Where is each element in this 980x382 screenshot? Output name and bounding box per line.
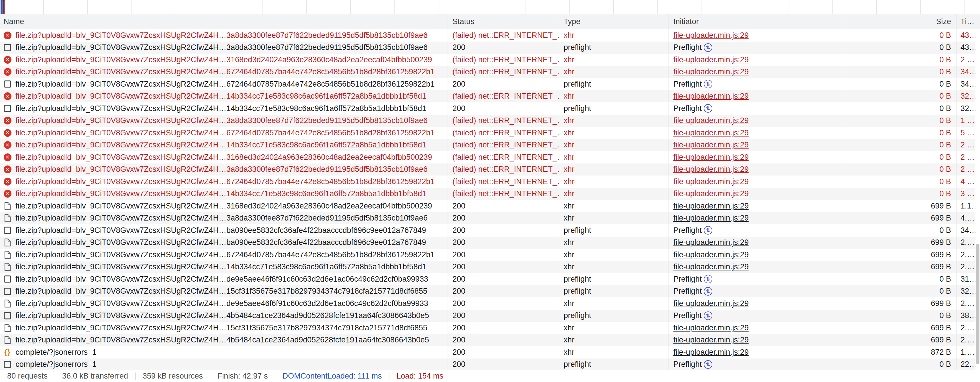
- request-row[interactable]: ✕file.zip?uploadId=blv_9CiT0V8Gvxw7ZcsxH…: [0, 66, 980, 78]
- request-row[interactable]: file.zip?uploadId=blv_9CiT0V8Gvxw7ZcsxHS…: [0, 322, 980, 334]
- network-overview-timeline[interactable]: [0, 0, 980, 14]
- request-name: file.zip?uploadId=blv_9CiT0V8Gvxw7ZcsxHS…: [16, 201, 432, 211]
- preflight-icon[interactable]: ⇅: [704, 80, 712, 88]
- column-header-initiator[interactable]: Initiator: [669, 14, 847, 29]
- column-header-time[interactable]: Ti…: [956, 14, 975, 29]
- request-row[interactable]: file.zip?uploadId=blv_9CiT0V8Gvxw7ZcsxHS…: [0, 200, 980, 212]
- size-cell: 0 B: [847, 42, 956, 54]
- status-cell: 200: [448, 285, 559, 298]
- preflight-icon[interactable]: ⇅: [704, 104, 712, 113]
- initiator-link[interactable]: file-uploader.min.js:29: [673, 238, 749, 247]
- request-row[interactable]: file.zip?uploadId=blv_9CiT0V8Gvxw7ZcsxHS…: [0, 42, 980, 54]
- failed-icon: ✕: [3, 129, 11, 137]
- request-row[interactable]: ✕file.zip?uploadId=blv_9CiT0V8Gvxw7ZcsxH…: [0, 127, 980, 139]
- initiator-link[interactable]: file-uploader.min.js:29: [673, 92, 749, 101]
- request-row[interactable]: file.zip?uploadId=blv_9CiT0V8Gvxw7ZcsxHS…: [0, 334, 980, 347]
- initiator-preflight: Preflight⇅: [673, 104, 712, 113]
- initiator-link[interactable]: file-uploader.min.js:29: [673, 31, 749, 40]
- request-row[interactable]: file.zip?uploadId=blv_9CiT0V8Gvxw7ZcsxHS…: [0, 273, 980, 285]
- preflight-icon[interactable]: ⇅: [704, 43, 712, 52]
- type-cell: xhr: [559, 127, 669, 139]
- initiator-cell: file-uploader.min.js:29: [669, 334, 847, 347]
- column-header-type[interactable]: Type: [559, 14, 669, 29]
- time-cell: 32…: [956, 102, 975, 115]
- column-header-name[interactable]: Name: [0, 14, 448, 29]
- initiator-link[interactable]: file-uploader.min.js:29: [673, 323, 749, 332]
- initiator-cell: Preflight⇅: [669, 224, 847, 237]
- document-icon: [3, 299, 11, 308]
- initiator-link[interactable]: file-uploader.min.js:29: [673, 165, 749, 174]
- preflight-request-icon: [3, 361, 11, 368]
- time-cell: 31…: [956, 273, 975, 285]
- status-cell: 200: [448, 78, 559, 90]
- initiator-link[interactable]: file-uploader.min.js:29: [673, 55, 749, 64]
- request-row[interactable]: ✕file.zip?uploadId=blv_9CiT0V8Gvxw7ZcsxH…: [0, 54, 980, 66]
- preflight-icon[interactable]: ⇅: [704, 226, 712, 235]
- size-cell: 699 B: [847, 200, 956, 212]
- request-name: file.zip?uploadId=blv_9CiT0V8Gvxw7ZcsxHS…: [16, 299, 428, 308]
- request-row[interactable]: file.zip?uploadId=blv_9CiT0V8Gvxw7ZcsxHS…: [0, 261, 980, 273]
- time-cell: 22…: [956, 358, 975, 371]
- request-row[interactable]: ✕file.zip?uploadId=blv_9CiT0V8Gvxw7ZcsxH…: [0, 188, 980, 200]
- time-cell: 43…: [956, 42, 975, 54]
- status-cell: 200: [448, 249, 559, 261]
- size-cell: 699 B: [847, 322, 956, 334]
- scrollbar-thumb[interactable]: [976, 244, 979, 364]
- time-cell: 2.…: [956, 334, 975, 347]
- request-row[interactable]: file.zip?uploadId=blv_9CiT0V8Gvxw7ZcsxHS…: [0, 249, 980, 261]
- column-header-size[interactable]: Size: [847, 14, 956, 29]
- request-row[interactable]: ✕file.zip?uploadId=blv_9CiT0V8Gvxw7ZcsxH…: [0, 90, 980, 103]
- vertical-scrollbar[interactable]: [975, 29, 980, 370]
- size-cell: 0 B: [847, 224, 956, 237]
- request-row[interactable]: file.zip?uploadId=blv_9CiT0V8Gvxw7ZcsxHS…: [0, 78, 980, 90]
- initiator-link[interactable]: file-uploader.min.js:29: [673, 201, 749, 211]
- summary-item: 80 requests: [0, 372, 55, 380]
- time-cell: 1.…: [956, 346, 975, 358]
- size-cell: 0 B: [847, 102, 956, 115]
- request-row[interactable]: file.zip?uploadId=blv_9CiT0V8Gvxw7ZcsxHS…: [0, 212, 980, 225]
- initiator-link[interactable]: file-uploader.min.js:29: [673, 250, 749, 259]
- preflight-icon[interactable]: ⇅: [704, 312, 712, 320]
- request-row[interactable]: file.zip?uploadId=blv_9CiT0V8Gvxw7ZcsxHS…: [0, 285, 980, 298]
- initiator-link[interactable]: file-uploader.min.js:29: [673, 153, 749, 162]
- request-row[interactable]: complete/?jsonerrors=1200preflightPrefli…: [0, 358, 980, 371]
- name-cell: ✕file.zip?uploadId=blv_9CiT0V8Gvxw7ZcsxH…: [0, 151, 448, 163]
- initiator-link[interactable]: file-uploader.min.js:29: [673, 214, 749, 222]
- name-cell: file.zip?uploadId=blv_9CiT0V8Gvxw7ZcsxHS…: [0, 261, 448, 273]
- initiator-link[interactable]: file-uploader.min.js:29: [673, 299, 749, 308]
- request-row[interactable]: {}complete/?jsonerrors=1200xhrfile-uploa…: [0, 346, 980, 358]
- preflight-label: Preflight: [673, 311, 702, 320]
- initiator-link[interactable]: file-uploader.min.js:29: [673, 141, 749, 149]
- request-row[interactable]: ✕file.zip?uploadId=blv_9CiT0V8Gvxw7ZcsxH…: [0, 29, 980, 42]
- request-row[interactable]: file.zip?uploadId=blv_9CiT0V8Gvxw7ZcsxHS…: [0, 102, 980, 115]
- preflight-icon[interactable]: ⇅: [704, 287, 712, 296]
- name-cell: file.zip?uploadId=blv_9CiT0V8Gvxw7ZcsxHS…: [0, 249, 448, 261]
- request-row[interactable]: ✕file.zip?uploadId=blv_9CiT0V8Gvxw7ZcsxH…: [0, 151, 980, 163]
- type-cell: xhr: [559, 66, 669, 78]
- size-cell: 0 B: [847, 285, 956, 298]
- preflight-icon[interactable]: ⇅: [704, 275, 712, 283]
- column-header-status[interactable]: Status: [448, 14, 559, 29]
- request-row[interactable]: file.zip?uploadId=blv_9CiT0V8Gvxw7ZcsxHS…: [0, 310, 980, 322]
- initiator-link[interactable]: file-uploader.min.js:29: [673, 262, 749, 271]
- initiator-link[interactable]: file-uploader.min.js:29: [673, 336, 749, 344]
- initiator-link[interactable]: file-uploader.min.js:29: [673, 189, 749, 198]
- request-row[interactable]: ✕file.zip?uploadId=blv_9CiT0V8Gvxw7ZcsxH…: [0, 163, 980, 176]
- time-cell: 34…: [956, 66, 975, 78]
- initiator-link[interactable]: file-uploader.min.js:29: [673, 177, 749, 186]
- request-row[interactable]: file.zip?uploadId=blv_9CiT0V8Gvxw7ZcsxHS…: [0, 224, 980, 237]
- request-row[interactable]: ✕file.zip?uploadId=blv_9CiT0V8Gvxw7ZcsxH…: [0, 139, 980, 152]
- preflight-icon[interactable]: ⇅: [704, 360, 712, 369]
- initiator-link[interactable]: file-uploader.min.js:29: [673, 67, 749, 76]
- time-cell: 34…: [956, 78, 975, 90]
- request-row[interactable]: file.zip?uploadId=blv_9CiT0V8Gvxw7ZcsxHS…: [0, 237, 980, 249]
- initiator-link[interactable]: file-uploader.min.js:29: [673, 116, 749, 125]
- initiator-link[interactable]: file-uploader.min.js:29: [673, 128, 749, 137]
- initiator-link[interactable]: file-uploader.min.js:29: [673, 348, 749, 357]
- size-cell: 699 B: [847, 297, 956, 310]
- request-row[interactable]: file.zip?uploadId=blv_9CiT0V8Gvxw7ZcsxHS…: [0, 297, 980, 310]
- initiator-cell: Preflight⇅: [669, 358, 847, 371]
- request-row[interactable]: ✕file.zip?uploadId=blv_9CiT0V8Gvxw7ZcsxH…: [0, 176, 980, 188]
- request-row[interactable]: ✕file.zip?uploadId=blv_9CiT0V8Gvxw7ZcsxH…: [0, 115, 980, 127]
- size-cell: 0 B: [847, 127, 956, 139]
